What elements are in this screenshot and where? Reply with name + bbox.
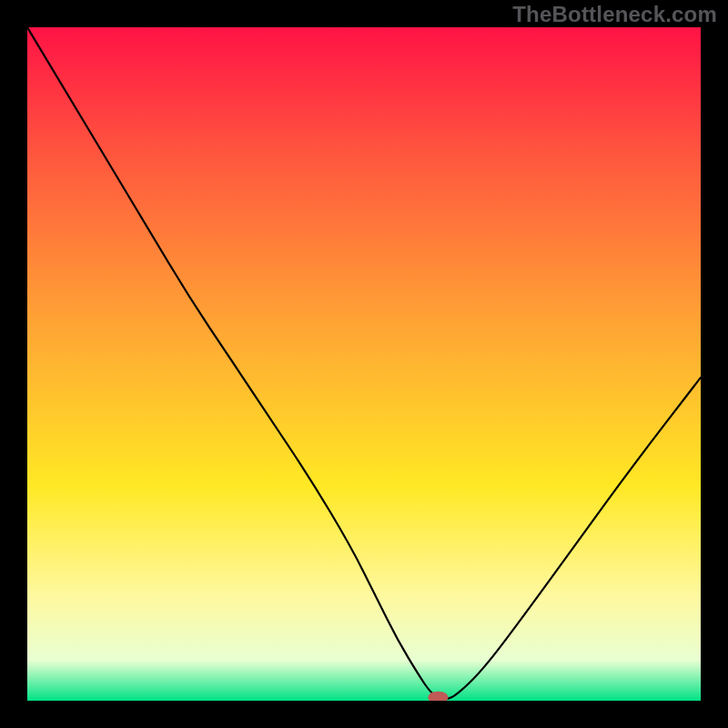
chart-frame: TheBottleneck.com bbox=[0, 0, 728, 728]
watermark-text: TheBottleneck.com bbox=[512, 2, 717, 27]
chart-svg bbox=[27, 27, 701, 701]
gradient-background bbox=[27, 27, 701, 701]
plot-area bbox=[27, 27, 701, 701]
